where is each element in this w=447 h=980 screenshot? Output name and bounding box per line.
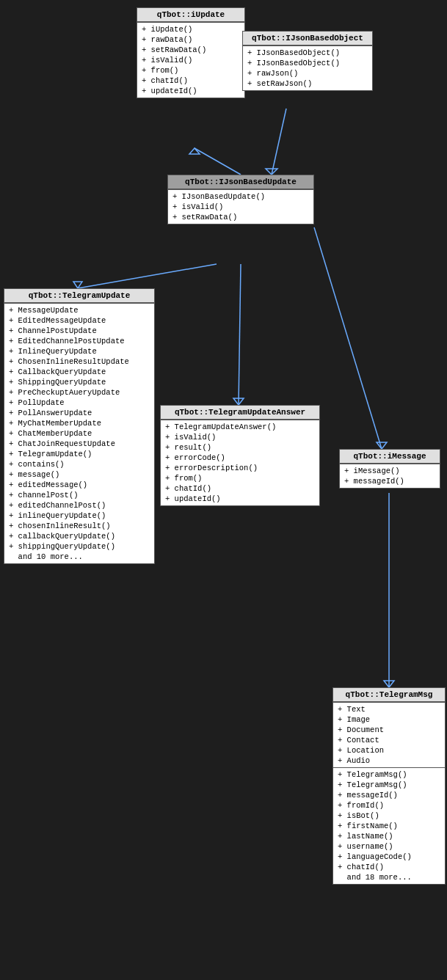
telegramupdateanswer-section: TelegramUpdateAnswer() isValid() result(… [161, 420, 319, 505]
svg-line-6 [239, 264, 241, 405]
list-item: contains() [7, 459, 151, 469]
list-item: TelegramUpdateAnswer() [164, 422, 316, 432]
list-item: updateId() [140, 86, 241, 96]
list-item: CallbackQueryUpdate [7, 367, 151, 377]
ijsonbasedupdate-section: IJsonBasedUpdate() isValid() setRawData(… [168, 189, 313, 224]
list-item: from() [140, 65, 241, 76]
list-item: errorDescription() [164, 463, 316, 473]
list-item: ShippingQueryUpdate [7, 377, 151, 387]
ijsonbasedupdate-box: qTbot::IJsonBasedUpdate IJsonBasedUpdate… [167, 175, 314, 224]
list-item: IJsonBasedObject() [246, 48, 369, 58]
list-item: editedChannelPost() [7, 500, 151, 511]
svg-line-8 [314, 227, 382, 449]
svg-line-4 [78, 264, 217, 288]
telegrammsg-title: qTbot::TelegramMsg [333, 688, 445, 702]
list-item: MyChatMemberUpdate [7, 418, 151, 428]
svg-marker-9 [377, 442, 387, 449]
list-item: username() [336, 841, 442, 852]
list-item: languageCode() [336, 852, 442, 862]
list-item: rawJson() [246, 68, 369, 78]
list-item: callbackQueryUpdate() [7, 531, 151, 541]
list-item: isValid() [171, 202, 310, 212]
diagram-container: qTbot::iUpdate iUpdate() rawData() setRa… [0, 0, 447, 980]
svg-line-2 [272, 109, 286, 175]
svg-marker-7 [233, 398, 244, 405]
list-item: TelegramUpdate() [7, 449, 151, 459]
list-item: chosenInlineResult() [7, 521, 151, 531]
list-item: PreCheckuptAueryUpdate [7, 387, 151, 398]
list-item: updateId() [164, 494, 316, 504]
list-item: Contact [336, 735, 442, 745]
svg-line-0 [195, 148, 241, 175]
list-item: lastName() [336, 831, 442, 841]
list-item: errorCode() [164, 453, 316, 463]
list-item: ChannelPostUpdate [7, 326, 151, 336]
telegrammsg-methods-section: TelegramMsg() TelegramMsg() messageId() … [333, 767, 445, 884]
list-item: message() [7, 469, 151, 480]
list-item: messageId() [336, 790, 442, 800]
iupdate-box: qTbot::iUpdate iUpdate() rawData() setRa… [137, 7, 245, 98]
list-item: Text [336, 704, 442, 714]
list-item: isBot() [336, 811, 442, 821]
list-item: Location [336, 745, 442, 756]
ijsonbasedobject-title: qTbot::IJsonBasedObject [243, 32, 372, 45]
list-item: TelegramMsg() [336, 780, 442, 790]
ijsonbasedobject-box: qTbot::IJsonBasedObject IJsonBasedObject… [242, 31, 373, 91]
list-item: iMessage() [343, 466, 437, 476]
list-item: chatId() [140, 76, 241, 86]
iupdate-section: iUpdate() rawData() setRawData() isValid… [137, 22, 244, 98]
list-item: shippingQueryUpdate() [7, 541, 151, 552]
list-item: isValid() [140, 55, 241, 65]
list-item: ChatJoinRequestUpdate [7, 439, 151, 449]
list-item: chatId() [164, 483, 316, 494]
list-item: editedMessage() [7, 480, 151, 490]
list-item: EditedMessageUpdate [7, 315, 151, 326]
svg-marker-11 [384, 681, 394, 687]
list-item: IJsonBasedObject() [246, 58, 369, 68]
list-item: fromId() [336, 800, 442, 811]
list-item: chatId() [336, 862, 442, 872]
list-item: setRawJson() [246, 78, 369, 89]
list-item: PollAnswerUpdate [7, 408, 151, 418]
telegrammsg-fields-section: Text Image Document Contact Location Aud… [333, 702, 445, 767]
list-item: channelPost() [7, 490, 151, 500]
list-item: ChatMemberUpdate [7, 428, 151, 439]
list-item: and 18 more... [336, 872, 442, 882]
list-item: InlineQueryUpdate [7, 346, 151, 356]
list-item: inlineQueryUpdate() [7, 511, 151, 521]
list-item: firstName() [336, 821, 442, 831]
telegramupdate-box: qTbot::TelegramUpdate MessageUpdate Edit… [4, 288, 155, 564]
list-item: setRawData() [171, 212, 310, 222]
telegrammsg-box: qTbot::TelegramMsg Text Image Document C… [332, 687, 446, 885]
svg-marker-1 [189, 148, 200, 154]
imessage-box: qTbot::iMessage iMessage() messageId() [339, 449, 440, 489]
iupdate-title: qTbot::iUpdate [137, 8, 244, 22]
list-item: Audio [336, 756, 442, 766]
list-item: ChosenInlineResultUpdate [7, 356, 151, 367]
svg-marker-3 [266, 169, 277, 175]
list-item: PollUpdate [7, 398, 151, 408]
list-item: iUpdate() [140, 24, 241, 34]
list-item: setRawData() [140, 45, 241, 55]
list-item: isValid() [164, 432, 316, 442]
list-item: IJsonBasedUpdate() [171, 191, 310, 202]
list-item: Document [336, 725, 442, 735]
ijsonbasedobject-section: IJsonBasedObject() IJsonBasedObject() ra… [243, 45, 372, 90]
list-item: from() [164, 473, 316, 483]
list-item: messageId() [343, 476, 437, 486]
telegramupdateanswer-title: qTbot::TelegramUpdateAnswer [161, 406, 319, 420]
svg-marker-5 [73, 282, 82, 288]
ijsonbasedupdate-title: qTbot::IJsonBasedUpdate [168, 175, 313, 189]
list-item: Image [336, 714, 442, 725]
list-item: rawData() [140, 34, 241, 45]
telegramupdate-title: qTbot::TelegramUpdate [4, 289, 154, 303]
list-item: TelegramMsg() [336, 769, 442, 780]
list-item: MessageUpdate [7, 305, 151, 315]
list-item: EditedChannelPostUpdate [7, 336, 151, 346]
imessage-section: iMessage() messageId() [340, 464, 440, 488]
imessage-title: qTbot::iMessage [340, 450, 440, 464]
list-item: result() [164, 442, 316, 453]
list-item: and 10 more... [7, 552, 151, 562]
telegramupdateanswer-box: qTbot::TelegramUpdateAnswer TelegramUpda… [160, 405, 320, 506]
telegramupdate-section: MessageUpdate EditedMessageUpdate Channe… [4, 303, 154, 563]
